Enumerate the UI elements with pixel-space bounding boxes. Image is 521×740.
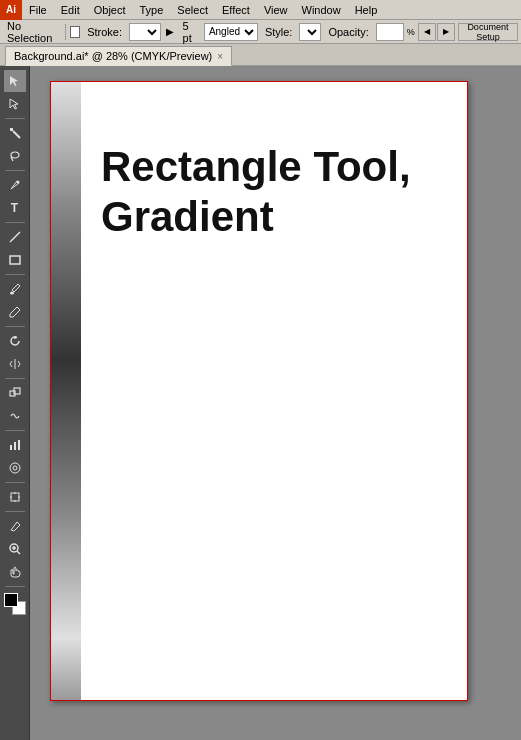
svg-point-17 [13,466,17,470]
menu-object[interactable]: Object [87,0,133,19]
stroke-size-indicator: ▶ [164,26,176,37]
stroke-color-swatch[interactable] [70,26,80,38]
stroke-color-select[interactable] [129,23,161,41]
gradient-rectangle [51,82,81,700]
menu-bar: Ai File Edit Object Type Select Effect V… [0,0,521,20]
svg-point-9 [10,292,14,295]
tool-sep-7 [5,430,25,431]
svg-point-6 [16,181,19,184]
opacity-input[interactable]: 100 [376,23,404,41]
tool-sep-5 [5,326,25,327]
svg-rect-14 [14,442,16,450]
svg-rect-18 [11,493,19,501]
foreground-color-swatch[interactable] [4,593,18,607]
lasso-tool-button[interactable] [4,145,26,167]
tool-sep-8 [5,482,25,483]
svg-point-16 [10,463,20,473]
canvas-title-text: Rectangle Tool, Gradient [101,142,447,243]
document-setup-button[interactable]: Document Setup [458,23,518,41]
pen-tool-button[interactable] [4,174,26,196]
style-label: Style: [261,26,297,38]
stroke-label: Stroke: [83,26,126,38]
style-select[interactable] [299,23,321,41]
svg-line-24 [17,551,20,554]
scale-button[interactable] [4,382,26,404]
menu-window[interactable]: Window [295,0,348,19]
canvas-area: Rectangle Tool, Gradient [30,66,521,740]
svg-rect-2 [10,128,13,131]
rotate-button[interactable] [4,330,26,352]
tab-bar: Background.ai* @ 28% (CMYK/Preview) × [0,44,521,66]
menu-items: File Edit Object Type Select Effect View… [22,0,384,19]
tab-title: Background.ai* @ 28% (CMYK/Preview) [14,50,212,62]
options-toolbar: No Selection Stroke: ▶ 5 pt Angled Style… [0,20,521,44]
svg-marker-1 [10,99,18,109]
symbol-button[interactable] [4,457,26,479]
left-toolbar: T [0,66,30,740]
tool-sep-1 [5,118,25,119]
svg-line-3 [13,131,20,138]
opacity-label: Opacity: [324,26,372,38]
tool-sep-3 [5,222,25,223]
main-area: T [0,66,521,740]
menu-help[interactable]: Help [348,0,385,19]
warp-button[interactable] [4,405,26,427]
type-tool-button[interactable]: T [4,197,26,219]
rectangle-tool-button[interactable] [4,249,26,271]
menu-select[interactable]: Select [170,0,215,19]
svg-rect-8 [10,256,20,264]
tool-sep-4 [5,274,25,275]
reflect-button[interactable] [4,353,26,375]
toolbar-sep-1 [65,24,66,40]
opacity-arrow-left[interactable]: ◀ [418,23,436,41]
app-logo: Ai [0,0,22,20]
menu-file[interactable]: File [22,0,54,19]
eraser-button[interactable] [4,515,26,537]
stroke-style-select[interactable]: Angled [204,23,258,41]
menu-view[interactable]: View [257,0,295,19]
direct-selection-tool-button[interactable] [4,93,26,115]
menu-effect[interactable]: Effect [215,0,257,19]
menu-type[interactable]: Type [133,0,171,19]
zoom-button[interactable] [4,538,26,560]
stroke-size-value: 5 pt [179,20,201,44]
tool-sep-9 [5,511,25,512]
document-content: Rectangle Tool, Gradient [81,82,467,700]
menu-edit[interactable]: Edit [54,0,87,19]
document-canvas: Rectangle Tool, Gradient [50,81,468,701]
opacity-arrow-right[interactable]: ▶ [437,23,455,41]
pencil-button[interactable] [4,301,26,323]
svg-rect-13 [10,445,12,450]
artboard-button[interactable] [4,486,26,508]
graph-button[interactable] [4,434,26,456]
svg-marker-0 [10,76,18,86]
tool-sep-2 [5,170,25,171]
selection-tool-button[interactable] [4,70,26,92]
svg-point-4 [11,152,19,158]
svg-rect-15 [18,440,20,450]
color-swatches[interactable] [4,593,26,615]
tool-sep-6 [5,378,25,379]
line-tool-button[interactable] [4,226,26,248]
tab-close-button[interactable]: × [217,51,223,62]
opacity-percent: % [407,27,415,37]
svg-line-7 [10,232,20,242]
document-tab[interactable]: Background.ai* @ 28% (CMYK/Preview) × [5,46,232,66]
tool-sep-10 [5,586,25,587]
selection-label: No Selection [3,20,60,44]
opacity-arrows: ◀ ▶ [418,23,455,41]
paintbrush-button[interactable] [4,278,26,300]
hand-button[interactable] [4,561,26,583]
magic-wand-button[interactable] [4,122,26,144]
